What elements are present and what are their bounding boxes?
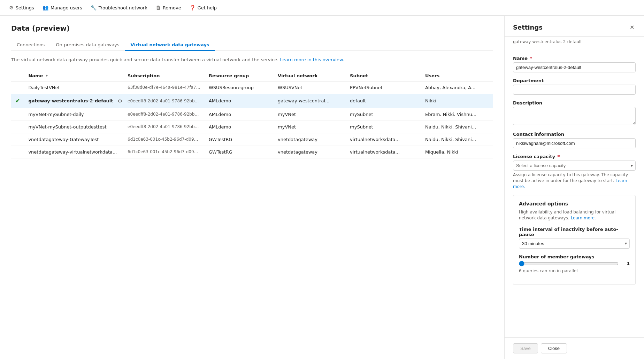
- toolbar-get-help-label: Get help: [198, 5, 217, 10]
- row-virtual-network-cell: WSUSVNet: [274, 81, 346, 94]
- settings-body: Name * Department Description Contact in…: [505, 50, 644, 337]
- close-button[interactable]: Close: [541, 343, 567, 353]
- gateways-table: Name ↑ Subscription Resource group Virtu…: [11, 70, 493, 158]
- tab-on-premises[interactable]: On-premises data gateways: [50, 39, 125, 51]
- row-resource-group-cell: GWTestRG: [205, 133, 274, 146]
- settings-header: Settings ✕: [505, 16, 644, 37]
- license-required-indicator: *: [558, 154, 560, 159]
- table-row[interactable]: ✔ gateway-westcentralus-2-default ⚙ ··· …: [11, 94, 493, 108]
- row-subscription-cell: e0eedff8-2d02-4a01-9786-92bb0e0cb...: [123, 94, 205, 108]
- row-users-cell: Nikki: [421, 94, 493, 108]
- table-row[interactable]: vnetdatagateway-virtualnetworkdata... 6d…: [11, 146, 493, 158]
- row-resource-group-cell: AMLdemo: [205, 120, 274, 133]
- advanced-options-title: Advanced options: [519, 201, 630, 206]
- toolbar-manage-users[interactable]: 👥 Manage users: [39, 3, 86, 13]
- row-name: vnetdatagateway-GatewayTest: [28, 137, 99, 142]
- member-gateways-field-group: Number of member gateways 1 6 queries ca…: [519, 254, 630, 273]
- time-interval-field-group: Time interval of inactivity before auto-…: [519, 227, 630, 249]
- table-th-name[interactable]: Name ↑: [24, 70, 123, 81]
- toolbar-get-help[interactable]: ❓ Get help: [186, 3, 220, 13]
- row-name-cell: DailyTestVNet: [24, 81, 123, 94]
- row-subnet-cell: default: [346, 94, 421, 108]
- row-status-cell: [11, 81, 24, 94]
- row-subnet-cell: mySubnet: [346, 108, 421, 120]
- status-check-icon: ✔: [15, 97, 20, 104]
- row-name: vnetdatagateway-virtualnetworkdata...: [28, 149, 117, 155]
- description-label: Description: [513, 100, 636, 106]
- row-users-cell: Ebram, Nikki, Vishnu...: [421, 108, 493, 120]
- table-th-status: [11, 70, 24, 81]
- row-resource-group-cell: AMLdemo: [205, 94, 274, 108]
- row-resource-group-cell: AMLdemo: [205, 108, 274, 120]
- settings-title: Settings: [513, 24, 543, 31]
- license-select[interactable]: Select a license capacity: [513, 161, 636, 171]
- settings-icon: ⚙: [9, 5, 14, 10]
- license-label: License capacity *: [513, 154, 636, 159]
- member-gateways-slider[interactable]: [519, 261, 619, 266]
- table-th-subnet: Subnet: [346, 70, 421, 81]
- table-row[interactable]: myVNet-mySubnet-outputdesttest e0eedff8-…: [11, 120, 493, 133]
- main-content: Data (preview) Connections On-premises d…: [0, 16, 644, 359]
- row-resource-group-cell: WSUSResouregroup: [205, 81, 274, 94]
- tab-connections[interactable]: Connections: [11, 39, 50, 51]
- save-button[interactable]: Save: [513, 343, 538, 353]
- toolbar-troubleshoot-network[interactable]: 🔧 Troubleshoot network: [87, 3, 151, 13]
- time-interval-select[interactable]: 30 minutes 60 minutes Never: [519, 239, 630, 249]
- get-help-icon: ❓: [190, 5, 196, 10]
- toolbar-manage-users-label: Manage users: [51, 5, 82, 10]
- row-status-cell: [11, 120, 24, 133]
- row-name-cell: myVNet-mySubnet-outputdesttest: [24, 120, 123, 133]
- department-input[interactable]: [513, 85, 636, 95]
- learn-more-link[interactable]: Learn more in this overview.: [280, 57, 344, 62]
- row-users-cell: Naidu, Nikki, Shivani...: [421, 120, 493, 133]
- contact-input[interactable]: [513, 138, 636, 148]
- time-interval-label: Time interval of inactivity before auto-…: [519, 227, 630, 237]
- row-subnet-cell: virtualnetworksdata...: [346, 133, 421, 146]
- row-name-cell: gateway-westcentralus-2-default ⚙ ···: [24, 94, 123, 108]
- row-users-cell: Miquella, Nikki: [421, 146, 493, 158]
- row-virtual-network-cell: gateway-westcentral...: [274, 94, 346, 108]
- row-virtual-network-cell: myVNet: [274, 108, 346, 120]
- row-status-cell: [11, 108, 24, 120]
- row-subnet-cell: PPVNetSubnet: [346, 81, 421, 94]
- queries-text: 6 queries can run in parallel: [519, 268, 630, 273]
- row-subscription-cell: 63f38d0e-df7e-464a-981e-47fa78f30861: [123, 81, 205, 94]
- time-interval-select-wrapper: 30 minutes 60 minutes Never ▾: [519, 239, 630, 249]
- toolbar-remove[interactable]: 🗑 Remove: [152, 3, 185, 13]
- license-help-text: Assign a license capacity to this gatewa…: [513, 172, 636, 189]
- name-input[interactable]: [513, 62, 636, 72]
- name-required-indicator: *: [530, 56, 532, 61]
- toolbar-settings[interactable]: ⚙ Settings: [6, 3, 38, 13]
- name-field-group: Name *: [513, 56, 636, 72]
- row-subscription-cell: e0eedff8-2d02-4a01-9786-92bb0e0cb...: [123, 120, 205, 133]
- remove-icon: 🗑: [156, 5, 161, 10]
- row-subscription-cell: e0eedff8-2d02-4a01-9786-92bb0e0cb...: [123, 108, 205, 120]
- advanced-options-learn-more-link[interactable]: Learn more.: [571, 216, 596, 220]
- row-virtual-network-cell: vnetdatagateway: [274, 133, 346, 146]
- table-th-virtual-network: Virtual network: [274, 70, 346, 81]
- row-name: myVNet-mySubnet-daily: [28, 112, 84, 117]
- settings-footer: Save Close: [505, 337, 644, 359]
- table-th-users: Users: [421, 70, 493, 81]
- table-row[interactable]: myVNet-mySubnet-daily e0eedff8-2d02-4a01…: [11, 108, 493, 120]
- table-th-subscription: Subscription: [123, 70, 205, 81]
- contact-label: Contact information: [513, 132, 636, 137]
- description-textarea[interactable]: [513, 107, 636, 125]
- row-settings-button[interactable]: ⚙: [116, 97, 123, 104]
- row-subnet-cell: mySubnet: [346, 120, 421, 133]
- table-row[interactable]: vnetdatagateway-GatewayTest 6d1c0e63-001…: [11, 133, 493, 146]
- advanced-options-box: Advanced options High availability and l…: [513, 195, 636, 285]
- license-select-wrapper: Select a license capacity ▾: [513, 161, 636, 171]
- description-field-group: Description: [513, 100, 636, 126]
- settings-subtitle: gateway-westcentralus-2-default: [505, 37, 644, 50]
- name-label: Name *: [513, 56, 636, 61]
- row-resource-group-cell: GWTestRG: [205, 146, 274, 158]
- toolbar-troubleshoot-network-label: Troubleshoot network: [99, 5, 147, 10]
- table-row[interactable]: DailyTestVNet 63f38d0e-df7e-464a-981e-47…: [11, 81, 493, 94]
- row-actions: ⚙ ···: [116, 97, 123, 104]
- close-settings-button[interactable]: ✕: [628, 23, 636, 32]
- tab-virtual-network[interactable]: Virtual network data gateways: [125, 39, 215, 51]
- toolbar-remove-label: Remove: [163, 5, 181, 10]
- toolbar-settings-label: Settings: [16, 5, 34, 10]
- advanced-options-desc: High availability and load balancing for…: [519, 209, 630, 221]
